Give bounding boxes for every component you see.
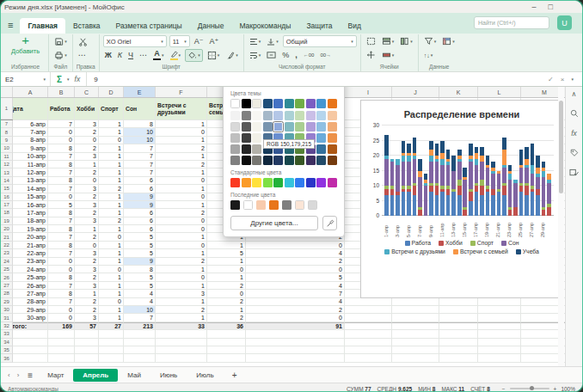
row-number[interactable]: 7 <box>1 120 13 128</box>
cell[interactable] <box>392 314 439 322</box>
cell[interactable]: 24-апр <box>13 266 48 273</box>
cell[interactable]: 5 <box>246 273 345 281</box>
shade-swatch[interactable] <box>230 144 240 154</box>
chart-object[interactable]: Распределение времени 051015202530 1-апр… <box>360 100 563 298</box>
cell[interactable]: 0 <box>156 193 207 201</box>
cell[interactable]: 2 <box>99 217 124 225</box>
column-header-K[interactable]: K <box>439 87 478 97</box>
cell[interactable] <box>439 322 478 330</box>
cell[interactable]: 1 <box>99 258 124 266</box>
cell-name-box[interactable]: E2▾ <box>1 72 51 86</box>
cell[interactable] <box>439 346 478 354</box>
shade-swatch[interactable] <box>242 156 251 165</box>
confirm-entry-icon[interactable]: ✓ <box>548 76 554 83</box>
standard-color-swatch[interactable] <box>263 178 273 187</box>
cell[interactable] <box>75 354 99 362</box>
shade-swatch[interactable] <box>316 133 326 143</box>
cell[interactable]: 4 <box>124 298 156 306</box>
cell[interactable]: 91 <box>246 322 345 330</box>
shade-swatch[interactable] <box>273 111 283 120</box>
header-cell[interactable]: Хобби <box>75 98 99 120</box>
cell[interactable]: 8 <box>48 242 75 249</box>
cell[interactable]: 0 <box>75 137 99 144</box>
cell[interactable]: 33 <box>156 322 207 330</box>
cell[interactable]: 5 <box>48 201 75 209</box>
header-cell[interactable]: Встречи с друзьями <box>156 98 207 120</box>
row-number[interactable]: 33 <box>1 330 13 338</box>
standard-color-swatch[interactable] <box>316 178 326 187</box>
cell[interactable]: 0 <box>207 290 246 297</box>
shade-swatch[interactable] <box>328 111 337 120</box>
cell[interactable] <box>124 330 156 338</box>
shade-swatch[interactable] <box>306 111 316 120</box>
minimize-button[interactable]: – <box>532 3 537 10</box>
theme-color-swatch[interactable] <box>242 99 251 108</box>
cell[interactable] <box>439 339 478 346</box>
cell[interactable]: 0 <box>48 266 75 273</box>
cell[interactable]: 20-апр <box>13 233 48 241</box>
cell[interactable] <box>207 354 246 362</box>
merge-cells-button[interactable] <box>265 50 278 60</box>
row-number[interactable]: 32 <box>1 322 13 330</box>
cell[interactable]: 5 <box>207 249 246 257</box>
cell[interactable]: 8 <box>124 120 156 128</box>
cell[interactable] <box>13 346 48 354</box>
cell[interactable]: 7 <box>48 282 75 290</box>
prev-sheet-button[interactable]: ‹ <box>4 371 14 379</box>
theme-color-swatch[interactable] <box>316 99 326 108</box>
print-button[interactable]: ▾ <box>52 50 69 61</box>
row-number[interactable]: 1 <box>1 98 13 119</box>
cell[interactable]: 7 <box>124 168 156 176</box>
highlight-color-button[interactable]: ▾ <box>169 50 183 61</box>
cell[interactable]: 3 <box>75 314 99 322</box>
cell[interactable]: 0 <box>48 193 75 201</box>
cut-button[interactable] <box>77 36 89 47</box>
cell[interactable]: 8 <box>48 209 75 217</box>
cell[interactable]: 1 <box>99 193 124 201</box>
cancel-entry-icon[interactable]: × <box>561 76 565 83</box>
cell[interactable]: 0 <box>99 137 124 144</box>
cell[interactable]: 57 <box>75 322 99 330</box>
cell[interactable] <box>478 330 521 338</box>
column-header-A[interactable]: A <box>13 87 48 97</box>
cell[interactable]: 27-апр <box>13 290 48 297</box>
shade-swatch[interactable] <box>285 111 294 120</box>
sheet-list-icon[interactable]: ≡ <box>28 371 33 380</box>
cell[interactable]: 1 <box>207 306 246 314</box>
cell[interactable] <box>439 314 478 322</box>
column-header-F[interactable]: F <box>156 87 207 97</box>
row-number[interactable]: 18 <box>1 209 13 217</box>
shade-swatch[interactable] <box>252 133 261 143</box>
cell[interactable]: 0 <box>156 273 207 281</box>
cell-check-icon[interactable] <box>569 168 579 177</box>
shade-swatch[interactable] <box>263 156 273 165</box>
cell[interactable]: 2 <box>75 144 99 152</box>
shade-swatch[interactable] <box>306 156 316 165</box>
cell[interactable] <box>478 346 521 354</box>
cell[interactable]: 1 <box>99 249 124 257</box>
zoom-out-button[interactable]: − <box>502 386 506 392</box>
cell[interactable]: 7 <box>48 217 75 225</box>
number-format-select[interactable]: Общий▾ <box>283 35 357 47</box>
cell[interactable]: 2 <box>156 209 207 217</box>
cell[interactable]: 1 <box>99 201 124 209</box>
standard-color-swatch[interactable] <box>230 178 240 187</box>
collapse-toolbar-icon[interactable]: ∧ <box>572 90 577 98</box>
cell[interactable]: 0 <box>246 242 345 249</box>
cell[interactable] <box>99 354 124 362</box>
cell[interactable] <box>345 322 392 330</box>
shade-swatch[interactable] <box>306 122 316 132</box>
cell[interactable]: 7 <box>124 161 156 168</box>
cell[interactable]: 7 <box>246 290 345 297</box>
cell[interactable] <box>75 330 99 338</box>
row-number[interactable]: 19 <box>1 217 13 225</box>
cell[interactable]: 1 <box>99 144 124 152</box>
functions-panel-icon[interactable]: fx <box>571 129 577 138</box>
cell[interactable] <box>345 346 392 354</box>
header-cell[interactable]: Работа <box>48 98 75 120</box>
cell[interactable]: 25-апр <box>13 273 48 281</box>
cell[interactable]: 10 <box>124 306 156 314</box>
filter-button[interactable]: ▾ <box>422 36 439 46</box>
cell[interactable]: 2 <box>99 185 124 193</box>
comma-style-button[interactable]: , <box>293 51 299 60</box>
